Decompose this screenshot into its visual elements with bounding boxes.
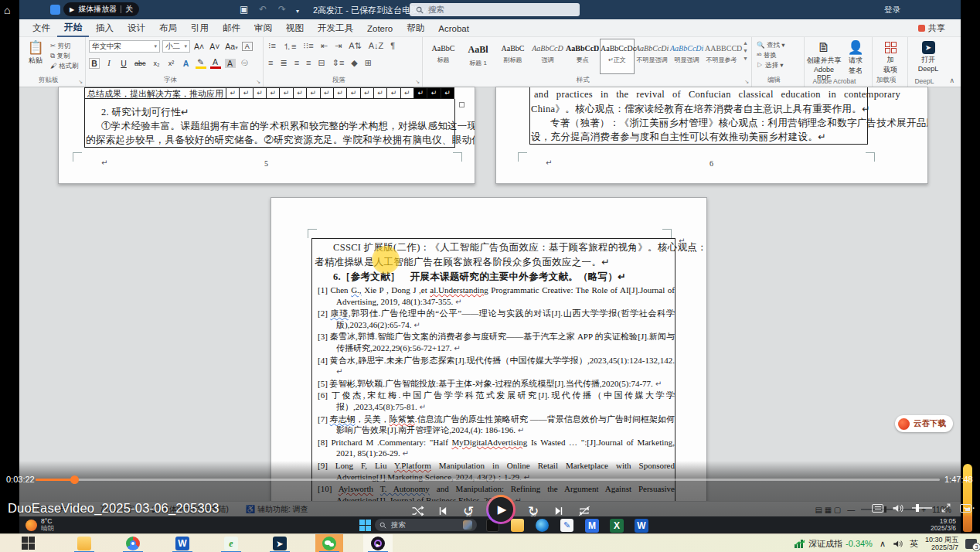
paragraph-tool-icon[interactable]: ⇥ bbox=[335, 41, 342, 53]
bold-button[interactable]: B bbox=[89, 58, 100, 69]
tab-插入[interactable]: 插入 bbox=[89, 19, 121, 36]
font-family-combo[interactable]: 华文中宋▾ bbox=[89, 40, 160, 53]
paragraph-tool-icon[interactable]: ⁝⁝≡ bbox=[303, 41, 313, 53]
highlight-color-button[interactable]: ✎ bbox=[196, 57, 206, 69]
paragraph-tool-icon[interactable]: A⇅ bbox=[349, 41, 362, 53]
more-icon[interactable]: ··· bbox=[963, 501, 976, 513]
paragraph-tool-icon[interactable]: A↓Z bbox=[369, 41, 384, 53]
volume-slider[interactable] bbox=[912, 507, 932, 509]
style-不明显参考[interactable]: AABBCCD不明显参考 bbox=[704, 39, 739, 74]
volume-handle[interactable] bbox=[916, 504, 919, 512]
word-icon[interactable]: W bbox=[175, 537, 189, 550]
qat-customize-icon[interactable]: ▾ bbox=[296, 6, 299, 17]
tray-expand-icon[interactable]: ∧ bbox=[880, 539, 886, 549]
mini-player-icon[interactable] bbox=[50, 5, 60, 15]
paragraph-tool-icon[interactable]: ≡ bbox=[294, 58, 299, 68]
collapse-ribbon-icon[interactable]: ∧ bbox=[949, 77, 954, 84]
sign-in-button[interactable]: 登录 bbox=[884, 5, 900, 15]
home-icon[interactable]: ⌂ bbox=[4, 4, 10, 16]
player-pill-close-button[interactable]: 关 bbox=[125, 4, 133, 15]
chrome-icon[interactable] bbox=[126, 537, 140, 550]
ie-icon[interactable]: e bbox=[224, 537, 238, 550]
seek-bar[interactable] bbox=[36, 479, 940, 481]
styles-dialog-launcher[interactable]: ↘ bbox=[744, 79, 749, 85]
input-language-badge[interactable]: 英 bbox=[910, 538, 918, 550]
play-button[interactable]: ▶ bbox=[486, 495, 516, 524]
table-handle[interactable] bbox=[459, 102, 464, 107]
wechat-icon[interactable] bbox=[322, 537, 336, 550]
table-cell[interactable]: ↵ bbox=[413, 88, 427, 98]
paragraph-tool-icon[interactable]: ≡ bbox=[268, 58, 273, 68]
text-effects-button[interactable]: A bbox=[181, 59, 192, 68]
style-标题 1[interactable]: AaBl标题 1 bbox=[461, 39, 495, 74]
tab-开发工具[interactable]: 开发工具 bbox=[311, 19, 360, 36]
underline-button[interactable]: U bbox=[118, 59, 129, 68]
notification-center-icon[interactable]: 3 bbox=[965, 539, 977, 549]
previous-icon[interactable] bbox=[435, 503, 451, 519]
font-dialog-launcher[interactable]: ↘ bbox=[256, 79, 260, 85]
table-cell[interactable]: ↵ bbox=[279, 88, 292, 98]
tab-引用[interactable]: 引用 bbox=[184, 19, 216, 36]
font-color-button[interactable]: A bbox=[210, 57, 221, 69]
volume-icon[interactable] bbox=[893, 540, 903, 548]
file-explorer-icon[interactable] bbox=[77, 537, 91, 550]
table-cell[interactable]: ↵ bbox=[253, 88, 266, 98]
duoease-player-icon[interactable]: ▶ bbox=[371, 537, 385, 550]
change-case-button[interactable]: Aa▾ bbox=[223, 42, 239, 51]
table-cell[interactable]: ↵ bbox=[360, 88, 373, 98]
open-deepl-button[interactable]: ➤ 打开 DeepL bbox=[914, 40, 943, 73]
paragraph-tool-icon[interactable]: ⇤ bbox=[321, 41, 328, 53]
rewind-10-icon[interactable]: ↺10 bbox=[461, 503, 476, 519]
tab-文件[interactable]: 文件 bbox=[26, 19, 57, 36]
style-标题[interactable]: AaBbC标题 bbox=[426, 39, 461, 74]
table-cell[interactable]: ↵ bbox=[333, 88, 346, 98]
style-↵正文[interactable]: AaBbCcDc↵正文 bbox=[600, 39, 635, 74]
cut-button[interactable]: ✂ 剪切 bbox=[50, 41, 78, 51]
table-cell[interactable]: ↵ bbox=[441, 88, 454, 98]
paste-button[interactable]: 📋 粘贴 bbox=[21, 40, 50, 66]
shading-button[interactable]: A bbox=[225, 59, 236, 68]
style-强调[interactable]: AaBbCcD强调 bbox=[530, 39, 565, 74]
volume-icon[interactable] bbox=[892, 503, 903, 513]
select-button[interactable]: ▷ 选择 ▾ bbox=[757, 60, 785, 70]
table-cell[interactable]: ↵ bbox=[373, 88, 386, 98]
table-cell[interactable]: ↵ bbox=[386, 88, 400, 98]
word-search-box[interactable]: 搜索 bbox=[410, 3, 580, 16]
player-overlay-pill[interactable]: ▶ 媒体播放器 关 bbox=[63, 2, 139, 16]
tab-设计[interactable]: 设计 bbox=[121, 19, 152, 36]
forward-30-icon[interactable]: ↻30 bbox=[526, 503, 541, 519]
tab-视图[interactable]: 视图 bbox=[279, 19, 311, 36]
paragraph-tool-icon[interactable]: ⊞ bbox=[365, 58, 372, 68]
styles-gallery-scroll[interactable]: ▲▼▼ bbox=[741, 40, 750, 61]
tab-审阅[interactable]: 审阅 bbox=[247, 19, 279, 36]
table-row[interactable]: 总结成果，提出解决方案，推动应用，结题 ↵↵↵↵↵↵↵↵↵↵↵↵↵↵↵↵↵ bbox=[84, 87, 454, 99]
paragraph-tool-icon[interactable]: ◆ bbox=[351, 58, 357, 68]
enclose-characters-button[interactable]: ㊀ bbox=[240, 58, 250, 68]
paragraph-tool-icon[interactable]: ⇕≡ bbox=[332, 58, 345, 68]
start-icon[interactable] bbox=[359, 520, 371, 531]
repeat-off-icon[interactable] bbox=[577, 503, 592, 519]
stock-ticker[interactable]: 深证成指 -0.34% bbox=[795, 538, 873, 550]
paragraph-dialog-launcher[interactable]: ↘ bbox=[415, 79, 420, 85]
word-icon[interactable]: W bbox=[635, 519, 648, 533]
table-cell[interactable]: ↵ bbox=[306, 88, 319, 98]
grow-font-button[interactable]: A˄ bbox=[192, 42, 206, 51]
character-border-button[interactable]: A bbox=[242, 42, 253, 51]
copy-button[interactable]: ⧉ 复制 bbox=[50, 51, 78, 61]
superscript-button[interactable]: x² bbox=[166, 60, 177, 67]
save-icon[interactable]: ▣ bbox=[240, 4, 248, 15]
recorded-clock[interactable]: 19:05 2025/3/6 bbox=[931, 518, 956, 532]
table-cell[interactable]: ↵ bbox=[226, 88, 239, 98]
paragraph-tool-icon[interactable]: ¶ bbox=[390, 41, 395, 53]
request-signature-button[interactable]: 👤 请求 签名 bbox=[843, 40, 868, 76]
replace-button[interactable]: ᵃᵇ 替换 bbox=[757, 50, 785, 60]
tab-开始[interactable]: 开始 bbox=[57, 19, 89, 37]
format-painter-button[interactable]: 🖌 格式刷 bbox=[50, 61, 78, 71]
cloud-download-badge[interactable]: 云吞下载 bbox=[895, 415, 953, 432]
table-cell[interactable]: ↵ bbox=[239, 88, 252, 98]
subscript-button[interactable]: x₂ bbox=[151, 60, 162, 67]
tab-邮件[interactable]: 邮件 bbox=[216, 19, 247, 36]
style-不明显强调[interactable]: AaBbCcDi不明显强调 bbox=[635, 39, 669, 74]
table-cell[interactable]: ↵ bbox=[427, 88, 440, 98]
addins-button[interactable]: 加 载项 bbox=[876, 40, 905, 75]
